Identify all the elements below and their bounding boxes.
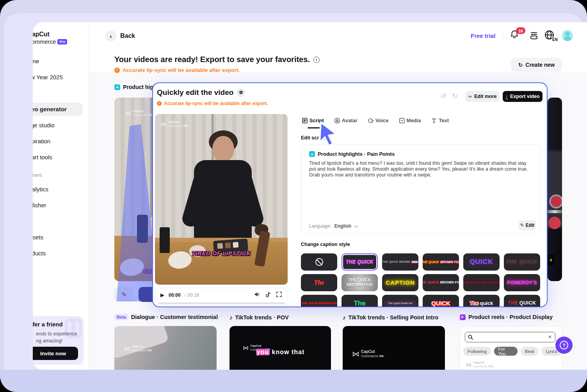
tab-voice[interactable]: Voice: [368, 118, 389, 123]
caption-style[interactable]: The: [301, 274, 337, 291]
caption-style[interactable]: CAPTION: [382, 274, 418, 291]
text-icon: [431, 118, 437, 123]
caption-style[interactable]: THE QUICKBROWN FOX: [342, 274, 378, 291]
caption-style[interactable]: The: [342, 295, 378, 307]
redo-icon[interactable]: ↻: [452, 92, 458, 100]
sidebar-item-new-year-2025[interactable]: New Year 2025: [33, 74, 63, 80]
capcut-logo-icon: ⋈: [352, 350, 359, 358]
script-card: + Product highlights · Pain Points Tired…: [301, 144, 541, 233]
caption-style[interactable]: THE QUICKBROWN FOX: [423, 253, 459, 271]
caption-style-grid: THE QUICK THE QUICK BROWNFOX THE QUICKBR…: [301, 253, 541, 307]
undo-icon[interactable]: ↺: [440, 92, 446, 100]
sidebar-item-analytics[interactable]: Analytics: [33, 186, 48, 192]
page-warning: Accurate lip-sync will be available afte…: [123, 67, 240, 73]
video-card-dialogue[interactable]: ⋈ CapCut CommercePro: [114, 326, 217, 370]
sidebar-item-publisher[interactable]: Publisher: [33, 202, 46, 208]
tiktok-icon[interactable]: [265, 291, 271, 298]
tab-media[interactable]: Media: [399, 118, 421, 123]
language-label: Language:: [309, 223, 331, 229]
video-preview[interactable]: ⋈ CapCut CommercePro TIRED OF LIPSTICK: [155, 114, 288, 285]
voice-icon: [368, 118, 374, 123]
video-card-product-reels[interactable]: ✕ Following For You Beat Lyrics ⋈ CapCut…: [460, 326, 562, 370]
caption-style[interactable]: THEQUICK: [504, 295, 540, 307]
language-code: EN: [552, 37, 558, 42]
caption-style-none[interactable]: [301, 253, 337, 271]
caption-style[interactable]: THE QUICK: [504, 253, 540, 271]
scissors-icon: ✂: [468, 94, 472, 100]
create-new-button[interactable]: ↻ Create new: [511, 58, 562, 71]
back-label[interactable]: Back: [120, 32, 135, 39]
caption-style[interactable]: Thequick: [463, 295, 500, 307]
capcut-logo-icon: ⋈: [466, 362, 471, 367]
graduation-cap-icon[interactable]: [237, 88, 245, 97]
language-select[interactable]: English: [334, 223, 351, 229]
sidebar-item-smart-tools[interactable]: Smart tools: [33, 154, 52, 160]
sidebar-item-video-generator[interactable]: Video generator: [33, 106, 67, 112]
search-input[interactable]: ✕: [465, 332, 555, 342]
caption-style[interactable]: QUICK: [423, 295, 459, 307]
fullscreen-icon[interactable]: [276, 292, 282, 297]
capcut-logo-icon: ⋈: [125, 346, 130, 351]
product-reels-icon: ▶: [460, 314, 466, 320]
caption-style[interactable]: THE QUICK BROWN FOX: [301, 295, 337, 307]
sidebar-item-inspiration[interactable]: Inspiration: [33, 138, 50, 144]
progress-bar[interactable]: [158, 303, 285, 304]
video-card-lipstick[interactable]: a: [548, 98, 562, 281]
back-chevron-icon: ‹: [110, 33, 112, 39]
time-separator: |: [184, 292, 185, 297]
script-header: Product highlights · Pain Points: [318, 151, 395, 157]
row2-card1-label: Dialogue · Customer testimonial: [131, 314, 218, 320]
edit-script-button[interactable]: ✎ Edit: [518, 220, 536, 230]
user-avatar[interactable]: [562, 30, 573, 41]
free-trial-link[interactable]: Free trial: [471, 32, 495, 39]
invite-now-button[interactable]: Invite now: [33, 347, 78, 360]
play-icon[interactable]: ▶: [160, 292, 164, 298]
refresh-icon: ↻: [518, 62, 523, 68]
edit-more-button[interactable]: ✂ Edit more: [465, 91, 500, 102]
volume-icon[interactable]: [254, 292, 261, 297]
script-body[interactable]: Tired of lipstick that's a hot mess? I w…: [309, 160, 534, 178]
caption-style-selected[interactable]: THE QUICK: [342, 253, 378, 271]
tab-text[interactable]: Text: [431, 118, 449, 123]
orders-button[interactable]: [529, 31, 539, 40]
create-new-label: Create new: [526, 62, 555, 68]
caption-style[interactable]: THE QUICK BROWN FOX: [463, 274, 500, 291]
caption-style[interactable]: QUICK: [463, 253, 500, 271]
help-button[interactable]: ?: [555, 337, 573, 354]
export-video-button[interactable]: ↓ Export video: [503, 91, 543, 102]
caption-style[interactable]: THE QUICKBROWN FOX: [423, 274, 459, 291]
edit-script-button-label: Edit: [526, 223, 535, 228]
edit-more-label: Edit more: [474, 94, 497, 99]
app-logo: CapCut: [33, 31, 50, 38]
tab-text-label: Text: [439, 118, 449, 123]
caption-style[interactable]: POMEROY'S: [504, 274, 540, 291]
video-card-selling-point[interactable]: ⋈ CapCut CommercePro: [343, 326, 445, 370]
app-logo-line2: Commerce Pro: [33, 38, 67, 45]
video-card-tiktok-pov[interactable]: ⋈ CapCut CommercePro you know that: [229, 326, 331, 370]
caption-style[interactable]: THE QUICK BROWNFOX: [382, 253, 418, 271]
clear-icon[interactable]: ✕: [548, 334, 552, 340]
back-button[interactable]: ‹: [105, 30, 116, 41]
sidebar-item-home[interactable]: Home: [33, 58, 39, 64]
topbar-divider: [503, 31, 503, 40]
page-background: CapCut Commerce Pro Home New Year 2025 V…: [0, 0, 587, 392]
search-icon: [468, 335, 473, 340]
language-button[interactable]: EN: [544, 30, 557, 41]
tiktok-icon: ♪: [229, 314, 233, 321]
current-time: 00:00: [169, 292, 181, 298]
export-video-label: Export video: [510, 94, 540, 99]
app-window: CapCut Commerce Pro Home New Year 2025 V…: [33, 22, 587, 370]
quick-edit-modal: Quickly edit the video ! Accurate lip-sy…: [152, 82, 548, 307]
pill-beat[interactable]: Beat: [521, 347, 539, 356]
capcut-watermark: ⋈ CapCut CommercePro: [125, 109, 153, 117]
tab-media-label: Media: [407, 118, 421, 123]
sidebar-item-assets[interactable]: Assets: [33, 234, 43, 241]
sidebar-item-products[interactable]: Products: [33, 250, 46, 257]
info-icon[interactable]: i: [313, 57, 320, 63]
tab-voice-label: Voice: [375, 118, 389, 123]
pill-following[interactable]: Following: [463, 347, 491, 356]
sidebar-item-image-studio[interactable]: Image studio: [33, 122, 55, 128]
background-bottom-strip: [0, 370, 587, 392]
pill-for-you[interactable]: For You: [494, 347, 518, 356]
caption-style[interactable]: The quick brown fox: [382, 295, 418, 307]
